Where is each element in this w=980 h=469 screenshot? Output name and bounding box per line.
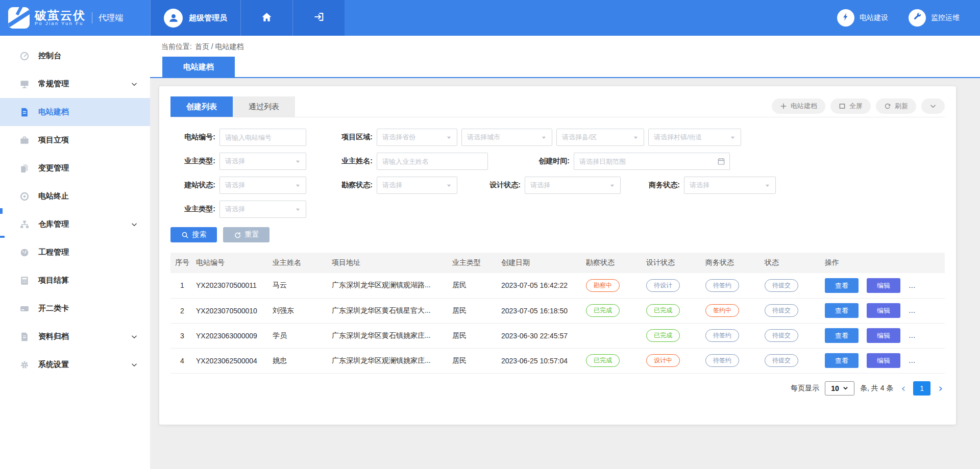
table-header-row: 序号 电站编号 业主姓名 项目地址 业主类型 创建日期 勘察状态 设计状态 商务… xyxy=(170,253,945,273)
col-owner-type: 业主类型 xyxy=(450,253,499,273)
status-badge: 待提交 xyxy=(765,329,798,342)
target-icon xyxy=(19,191,30,202)
briefcase-icon xyxy=(19,135,30,145)
sidebar-item-project-initiation[interactable]: 项目立项 xyxy=(0,126,150,154)
search-button[interactable]: 搜索 xyxy=(170,227,217,242)
page-tab-station-archive[interactable]: 电站建档 xyxy=(162,57,235,77)
per-page-select[interactable]: 10 xyxy=(825,381,854,396)
edit-button[interactable]: 编辑 xyxy=(867,328,900,343)
top-header: 破茧云伏 Po Jian Yun Fu 代理端 超级管理员 电站建设 xyxy=(0,0,980,36)
void-button[interactable]: 作废 xyxy=(909,353,942,368)
view-button[interactable]: 查看 xyxy=(825,278,859,293)
caret-down-icon xyxy=(609,183,615,188)
status-badge: 已完成 xyxy=(646,329,680,342)
sidebar-item-data-archive[interactable]: 资料归档 xyxy=(0,323,150,351)
sidebar-item-label: 开二类卡 xyxy=(38,304,69,313)
edit-button[interactable]: 编辑 xyxy=(867,353,900,368)
station-no-label: 电站编号: xyxy=(170,133,215,142)
table-row: 1 YX2023070500011 马云 广东深圳龙华区观澜镇观湖路... 居民… xyxy=(170,273,945,298)
sidebar-item-station-archive[interactable]: 电站建档 xyxy=(0,98,150,126)
sidebar-item-label: 变更管理 xyxy=(38,163,69,173)
wrench-icon xyxy=(913,12,922,23)
sidebar-item-open-type2-card[interactable]: 开二类卡 xyxy=(0,294,150,323)
sidebar-item-station-termination[interactable]: 电站终止 xyxy=(0,182,150,210)
caret-down-icon xyxy=(446,135,452,140)
design-status-select[interactable]: 请选择 xyxy=(525,177,621,194)
create-time-range-input[interactable] xyxy=(574,153,730,170)
view-button[interactable]: 查看 xyxy=(825,353,859,368)
owner-name-input[interactable] xyxy=(377,153,488,170)
next-page-button[interactable]: › xyxy=(936,383,945,394)
current-page-button[interactable]: 1 xyxy=(913,381,930,396)
owner-type2-select[interactable]: 请选择 xyxy=(219,201,306,218)
scrollbar-mark[interactable] xyxy=(0,236,5,238)
region-label: 项目区域: xyxy=(328,133,373,142)
table-row: 2 YX2023070500010 刘强东 广东深圳龙华区黄石镇星官大... 居… xyxy=(170,298,945,323)
status-badge: 待提交 xyxy=(765,304,798,317)
void-button[interactable]: 作废 xyxy=(909,303,942,318)
tab-create-list[interactable]: 创建列表 xyxy=(170,96,233,117)
city-select[interactable]: 请选择城市 xyxy=(461,129,552,146)
col-status: 状态 xyxy=(763,253,823,273)
owner-type-label: 业主类型: xyxy=(170,157,215,166)
scrollbar-mark[interactable] xyxy=(0,208,3,214)
province-select[interactable]: 请选择省份 xyxy=(377,129,457,146)
sidebar-item-console[interactable]: 控制台 xyxy=(0,42,150,70)
pages-icon xyxy=(19,163,30,174)
current-user[interactable]: 超级管理员 xyxy=(150,0,240,36)
sidebar-item-project-settlement[interactable]: 项目结算 xyxy=(0,266,150,294)
sidebar-item-system-settings[interactable]: 系统设置 xyxy=(0,351,150,379)
nav-station-build[interactable]: 电站建设 xyxy=(837,0,888,36)
business-status-select[interactable]: 请选择 xyxy=(684,177,776,194)
business-status-label: 商务状态: xyxy=(635,181,680,190)
archive-icon xyxy=(19,332,30,342)
home-button[interactable] xyxy=(240,0,292,36)
chevron-down-icon xyxy=(929,103,937,110)
breadcrumb-path[interactable]: 首页 / 电站建档 xyxy=(195,42,244,52)
refresh-button[interactable]: 刷新 xyxy=(876,98,916,114)
view-button[interactable]: 查看 xyxy=(825,303,859,318)
chevron-down-icon xyxy=(131,361,138,368)
tab-passed-list[interactable]: 通过列表 xyxy=(233,96,295,117)
sidebar-item-warehouse-mgmt[interactable]: 仓库管理 xyxy=(0,210,150,238)
filter-form: 电站编号: 项目区域: 请选择省份 请选择城市 请选择县/区 请选 xyxy=(170,117,945,242)
sidebar-item-change-mgmt[interactable]: 变更管理 xyxy=(0,154,150,182)
edit-button[interactable]: 编辑 xyxy=(867,303,900,318)
station-no-input[interactable] xyxy=(219,129,306,146)
owner-type2-label: 业主类型: xyxy=(170,205,215,214)
search-icon xyxy=(181,231,189,239)
create-time-label: 创建时间: xyxy=(525,157,570,166)
col-survey-status: 勘察状态 xyxy=(584,253,644,273)
prev-page-button[interactable]: ‹ xyxy=(899,383,908,394)
collapse-button[interactable] xyxy=(921,98,945,114)
view-button[interactable]: 查看 xyxy=(825,328,859,343)
caret-down-icon xyxy=(295,159,301,164)
sidebar-item-engineering-mgmt[interactable]: 工程管理 xyxy=(0,238,150,266)
build-status-select[interactable]: 请选择 xyxy=(219,177,306,194)
county-select[interactable]: 请选择县/区 xyxy=(556,129,644,146)
sidebar-item-label: 仓库管理 xyxy=(38,219,69,229)
per-page-label: 每页显示 xyxy=(791,384,819,393)
chevron-down-icon xyxy=(131,81,138,88)
create-station-button[interactable]: 电站建档 xyxy=(772,98,825,114)
sidebar-item-label: 项目立项 xyxy=(38,135,69,145)
status-badge: 待签约 xyxy=(705,279,739,292)
logout-button[interactable] xyxy=(292,0,345,36)
gear-icon xyxy=(19,360,30,370)
town-select[interactable]: 请选择村镇/街道 xyxy=(648,129,741,146)
status-badge: 待提交 xyxy=(765,279,798,292)
void-button[interactable]: 作废 xyxy=(909,328,942,343)
gauge-icon xyxy=(19,248,30,258)
owner-type-select[interactable]: 请选择 xyxy=(219,153,306,170)
fullscreen-button[interactable]: 全屏 xyxy=(830,98,871,114)
home-icon xyxy=(261,11,273,25)
owner-name-label: 业主姓名: xyxy=(328,157,373,166)
edit-button[interactable]: 编辑 xyxy=(867,278,900,293)
nav-monitor-ops[interactable]: 监控运维 xyxy=(909,0,960,36)
survey-status-select[interactable]: 请选择 xyxy=(377,177,457,194)
sidebar-item-label: 系统设置 xyxy=(38,360,69,369)
void-button[interactable]: 作废 xyxy=(909,278,942,293)
reset-button[interactable]: 重置 xyxy=(223,227,270,242)
sidebar-item-label: 电站建档 xyxy=(38,107,69,117)
sidebar-item-general-mgmt[interactable]: 常规管理 xyxy=(0,70,150,98)
